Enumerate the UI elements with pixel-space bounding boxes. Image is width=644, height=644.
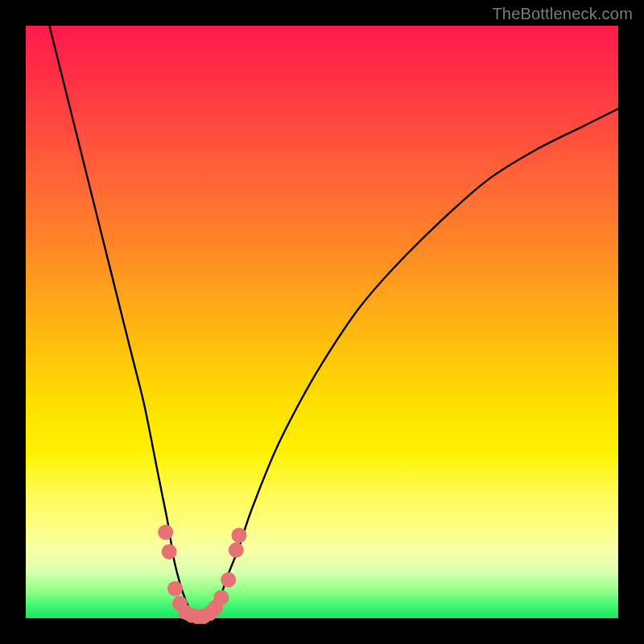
marker-dot — [221, 572, 236, 588]
marker-dot — [213, 590, 229, 605]
marker-dot — [162, 544, 177, 559]
watermark-text: TheBottleneck.com — [492, 5, 633, 23]
chart-svg — [26, 26, 618, 618]
bottleneck-curve — [49, 26, 618, 619]
marker-dot — [231, 527, 246, 543]
marker-dot — [229, 543, 244, 558]
marker-dot — [158, 525, 173, 540]
plot-area — [26, 26, 618, 618]
marker-dot — [167, 581, 183, 597]
chart-frame: TheBottleneck.com — [0, 0, 644, 644]
